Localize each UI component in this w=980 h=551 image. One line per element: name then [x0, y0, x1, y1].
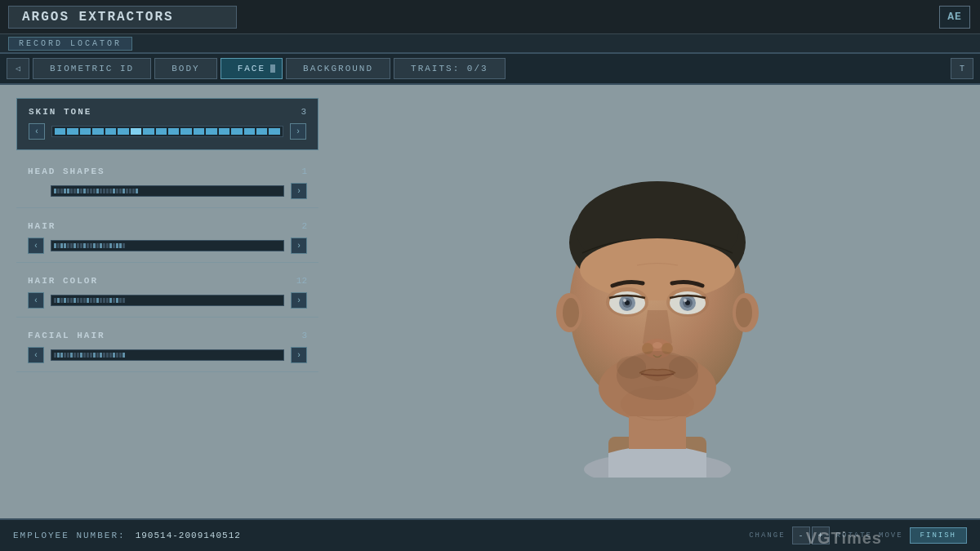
main-content: SKIN TONE 3 ‹ — [0, 85, 980, 518]
record-locator-bar: RECORD LOCATOR — [0, 34, 980, 54]
hair-group: HAIR 2 ‹ — [16, 215, 318, 263]
skin-tone-next[interactable]: › — [290, 123, 306, 140]
facial-hair-label: FACIAL HAIR — [28, 331, 105, 340]
hair-segments — [51, 241, 283, 251]
head-shapes-track[interactable] — [51, 185, 284, 197]
skin-tone-segments — [52, 127, 283, 136]
head-shapes-value: 1 — [301, 167, 307, 176]
hair-track[interactable] — [51, 240, 284, 251]
facial-hair-header: FACIAL HAIR 3 — [28, 331, 307, 340]
hair-slider-row: ‹ — [28, 238, 307, 254]
head-shapes-header: HEAD SHAPES 1 — [28, 167, 307, 176]
tab-biometric-id[interactable]: BIOMETRIC ID — [33, 58, 151, 79]
hair-color-slider-row: ‹ — [28, 292, 307, 309]
header-bar: ARGOS EXTRACTORS AE — [0, 0, 980, 34]
skin-tone-group: SKIN TONE 3 ‹ — [16, 98, 318, 150]
cursor-indicator — [270, 64, 275, 73]
status-bar: EMPLOYEE NUMBER: 190514-2009140512 CHANG… — [0, 518, 980, 551]
change-label: CHANGE — [749, 531, 785, 540]
svg-point-30 — [617, 356, 646, 379]
tab-traits[interactable]: TRAITS: 0/3 — [394, 58, 506, 79]
facial-hair-value: 3 — [301, 331, 307, 340]
hair-header: HAIR 2 — [28, 221, 307, 231]
facial-hair-group: FACIAL HAIR 3 ‹ — [16, 324, 318, 372]
svg-point-11 — [580, 238, 735, 300]
character-svg — [510, 127, 804, 478]
hair-color-next[interactable]: › — [291, 292, 307, 309]
skin-tone-value: 3 — [301, 107, 306, 117]
hair-color-value: 12 — [296, 276, 307, 286]
head-shapes-group: HEAD SHAPES 1 — [16, 160, 318, 208]
skin-tone-track[interactable] — [51, 126, 283, 137]
hair-value: 2 — [301, 221, 307, 231]
head-shapes-next[interactable]: › — [291, 183, 307, 199]
finish-button[interactable]: FINISH — [910, 527, 967, 544]
tab-background[interactable]: BACKGROUND — [286, 58, 390, 79]
svg-point-18 — [623, 299, 626, 302]
hair-next[interactable]: › — [291, 238, 307, 254]
svg-point-6 — [563, 298, 579, 327]
hair-color-header: HAIR COLOR 12 — [28, 276, 307, 286]
nav-right-button[interactable]: T — [951, 58, 973, 79]
hair-color-group: HAIR COLOR 12 ‹ — [16, 269, 318, 318]
nav-tabs: ◁ BIOMETRIC ID BODY FACE BACKGROUND TRAI… — [0, 54, 980, 85]
head-shapes-segments — [51, 186, 283, 196]
svg-rect-32 — [629, 416, 686, 449]
facial-hair-track[interactable] — [51, 349, 284, 361]
hair-color-label: HAIR COLOR — [28, 276, 98, 286]
nav-left-button[interactable]: ◁ — [7, 58, 29, 79]
svg-point-31 — [669, 356, 698, 379]
employee-label: EMPLOYEE NUMBER: — [13, 531, 126, 540]
svg-point-23 — [684, 299, 687, 302]
hair-prev[interactable]: ‹ — [28, 238, 44, 254]
skin-tone-header: SKIN TONE 3 — [29, 107, 306, 117]
svg-point-8 — [736, 298, 752, 327]
company-name: ARGOS EXTRACTORS — [8, 6, 237, 29]
watermark: VGTimes — [806, 529, 882, 548]
head-shapes-label: HEAD SHAPES — [28, 167, 105, 176]
character-preview — [335, 85, 980, 518]
svg-point-27 — [653, 342, 662, 349]
ae-logo: AE — [939, 6, 970, 29]
right-panel — [335, 85, 980, 518]
left-panel: SKIN TONE 3 ‹ — [0, 85, 335, 518]
skin-tone-slider-row: ‹ — [29, 123, 306, 140]
move-label: MOVE — [879, 531, 903, 540]
record-locator-text: RECORD LOCATOR — [8, 37, 132, 51]
facial-hair-slider-row: ‹ — [28, 347, 307, 363]
tab-face[interactable]: FACE — [220, 58, 283, 79]
facial-hair-segments — [51, 350, 283, 360]
hair-color-prev[interactable]: ‹ — [28, 292, 44, 309]
skin-tone-prev[interactable]: ‹ — [29, 123, 45, 140]
hair-label: HAIR — [28, 221, 56, 231]
skin-tone-label: SKIN TONE — [29, 107, 91, 117]
facial-hair-next[interactable]: › — [291, 347, 307, 363]
head-shapes-slider-row: › — [28, 183, 307, 199]
employee-number: 190514-2009140512 — [136, 531, 241, 540]
hair-color-track[interactable] — [51, 295, 284, 306]
tab-body[interactable]: BODY — [154, 58, 216, 79]
hair-color-segments — [51, 295, 283, 305]
facial-hair-prev[interactable]: ‹ — [28, 347, 44, 363]
